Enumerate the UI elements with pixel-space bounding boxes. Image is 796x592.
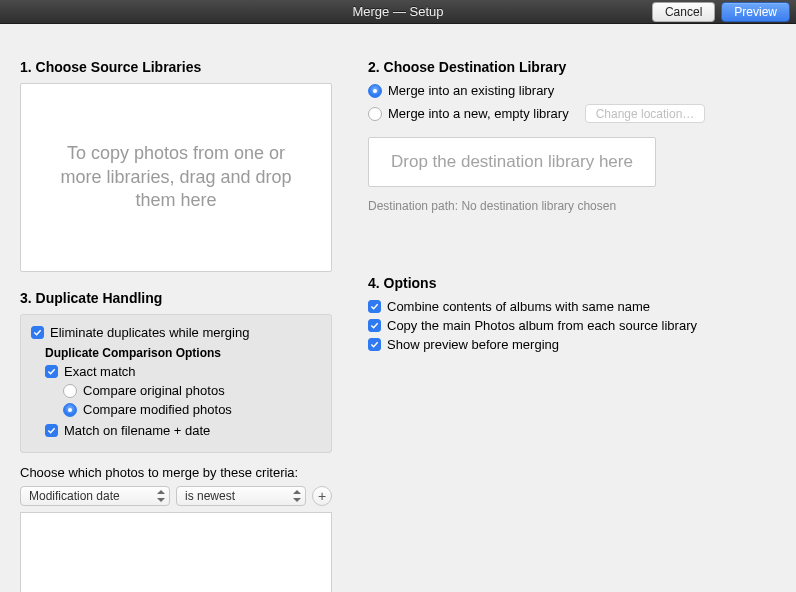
match-filename-checkbox[interactable] [45, 424, 58, 437]
dest-existing-row[interactable]: Merge into an existing library [368, 83, 768, 98]
match-filename-label: Match on filename + date [64, 423, 210, 438]
options-group: Combine contents of albums with same nam… [368, 299, 768, 352]
criteria-label: Choose which photos to merge by these cr… [20, 465, 340, 480]
dest-new-radio[interactable] [368, 107, 382, 121]
compare-modified-row[interactable]: Compare modified photos [63, 402, 321, 417]
copy-main-row[interactable]: Copy the main Photos album from each sou… [368, 318, 768, 333]
compare-modified-radio[interactable] [63, 403, 77, 417]
window-title: Merge — Setup [352, 4, 443, 19]
match-filename-row[interactable]: Match on filename + date [45, 423, 321, 438]
dest-path-label: Destination path: No destination library… [368, 199, 768, 213]
add-criteria-button[interactable]: + [312, 486, 332, 506]
source-dropzone-text: To copy photos from one or more librarie… [21, 142, 331, 212]
exact-match-row[interactable]: Exact match [45, 364, 321, 379]
criteria-row: Modification date is newest + [20, 486, 340, 506]
duplicate-panel: Eliminate duplicates while merging Dupli… [20, 314, 332, 453]
criteria-op-select[interactable]: is newest [176, 486, 306, 506]
comparison-subtitle: Duplicate Comparison Options [45, 346, 321, 360]
compare-original-row[interactable]: Compare original photos [63, 383, 321, 398]
updown-icon [293, 490, 301, 502]
updown-icon [157, 490, 165, 502]
combine-row[interactable]: Combine contents of albums with same nam… [368, 299, 768, 314]
criteria-list[interactable] [20, 512, 332, 592]
compare-original-radio[interactable] [63, 384, 77, 398]
copy-main-label: Copy the main Photos album from each sou… [387, 318, 697, 333]
eliminate-checkbox[interactable] [31, 326, 44, 339]
compare-modified-label: Compare modified photos [83, 402, 232, 417]
dest-dropzone[interactable]: Drop the destination library here [368, 137, 656, 187]
copy-main-checkbox[interactable] [368, 319, 381, 332]
titlebar: Merge — Setup Cancel Preview [0, 0, 796, 24]
dest-existing-radio[interactable] [368, 84, 382, 98]
duplicate-heading: 3. Duplicate Handling [20, 290, 340, 306]
source-dropzone[interactable]: To copy photos from one or more librarie… [20, 83, 332, 272]
eliminate-label: Eliminate duplicates while merging [50, 325, 249, 340]
show-preview-row[interactable]: Show preview before merging [368, 337, 768, 352]
compare-original-label: Compare original photos [83, 383, 225, 398]
dest-dropzone-text: Drop the destination library here [391, 152, 633, 172]
right-column: 2. Choose Destination Library Merge into… [368, 24, 768, 356]
change-location-button: Change location… [585, 104, 706, 123]
exact-match-label: Exact match [64, 364, 136, 379]
dest-heading: 2. Choose Destination Library [368, 59, 768, 75]
content: 1. Choose Source Libraries To copy photo… [0, 24, 796, 592]
exact-match-checkbox[interactable] [45, 365, 58, 378]
dest-existing-label: Merge into an existing library [388, 83, 554, 98]
eliminate-row[interactable]: Eliminate duplicates while merging [31, 325, 321, 340]
source-heading: 1. Choose Source Libraries [20, 59, 340, 75]
criteria-field-select[interactable]: Modification date [20, 486, 170, 506]
dest-new-label: Merge into a new, empty library [388, 106, 569, 121]
preview-button[interactable]: Preview [721, 2, 790, 22]
combine-checkbox[interactable] [368, 300, 381, 313]
left-column: 1. Choose Source Libraries To copy photo… [20, 24, 340, 592]
show-preview-checkbox[interactable] [368, 338, 381, 351]
show-preview-label: Show preview before merging [387, 337, 559, 352]
options-heading: 4. Options [368, 275, 768, 291]
combine-label: Combine contents of albums with same nam… [387, 299, 650, 314]
cancel-button[interactable]: Cancel [652, 2, 715, 22]
titlebar-actions: Cancel Preview [652, 2, 790, 22]
dest-new-row[interactable]: Merge into a new, empty library Change l… [368, 104, 768, 123]
